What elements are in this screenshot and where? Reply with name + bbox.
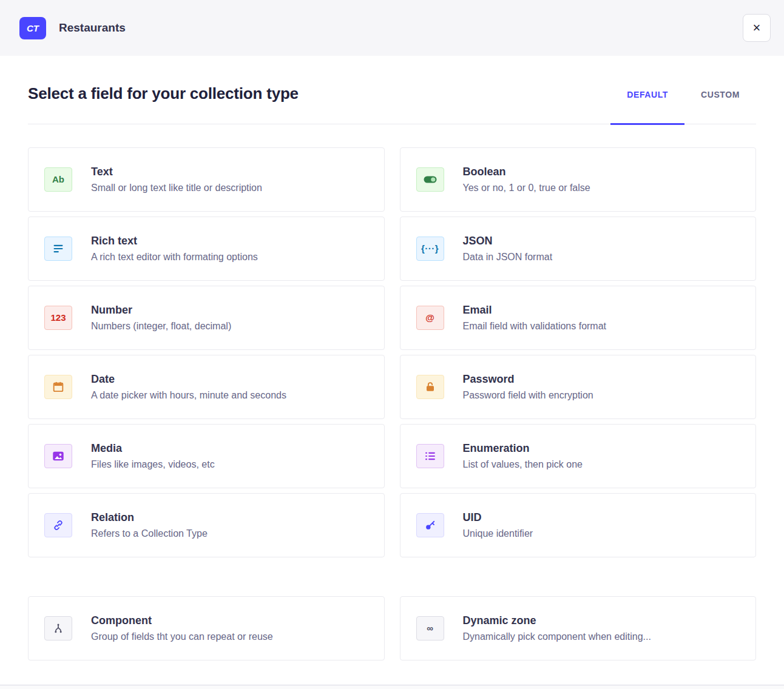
field-card-relation[interactable]: RelationRefers to a Collection Type bbox=[28, 493, 385, 557]
json-icon: {···} bbox=[416, 237, 444, 261]
field-card-text: PasswordPassword field with encryption bbox=[463, 373, 593, 401]
modal-header: CT Restaurants × bbox=[0, 0, 784, 56]
field-card-text: BooleanYes or no, 1 or 0, true or false bbox=[463, 166, 590, 193]
field-card-text: Rich textA rich text editor with formati… bbox=[91, 235, 258, 263]
field-card-text: NumberNumbers (integer, float, decimal) bbox=[91, 304, 231, 332]
field-title: Date bbox=[91, 373, 286, 386]
field-title: Text bbox=[91, 166, 262, 178]
tab-custom[interactable]: CUSTOM bbox=[684, 85, 756, 124]
enumeration-icon bbox=[416, 444, 444, 468]
uid-icon bbox=[416, 513, 444, 537]
number-icon: 123 bbox=[44, 306, 72, 330]
title-row: Select a field for your collection type … bbox=[28, 85, 756, 124]
tabs: DEFAULT CUSTOM bbox=[610, 85, 756, 124]
dynamiczone-icon: ∞ bbox=[416, 616, 444, 640]
richtext-icon bbox=[44, 237, 72, 261]
field-description: Data in JSON format bbox=[463, 252, 553, 263]
field-description: Small or long text like title or descrip… bbox=[91, 183, 262, 193]
email-icon: @ bbox=[416, 306, 444, 330]
field-description: A rich text editor with formating option… bbox=[91, 252, 258, 263]
field-card-text: JSONData in JSON format bbox=[463, 235, 553, 263]
field-title: Component bbox=[91, 614, 273, 627]
media-icon bbox=[44, 444, 72, 468]
field-title: Media bbox=[91, 442, 215, 455]
tab-default[interactable]: DEFAULT bbox=[610, 85, 684, 124]
content-type-badge: CT bbox=[19, 17, 46, 39]
modal-footer-edge bbox=[0, 685, 784, 689]
field-description: A date picker with hours, minute and sec… bbox=[91, 390, 286, 401]
field-title: Number bbox=[91, 304, 231, 317]
field-card-text: UIDUnique identifier bbox=[463, 511, 533, 539]
close-icon: × bbox=[753, 21, 761, 35]
field-card-text: ComponentGroup of fields tht you can rep… bbox=[91, 614, 273, 642]
field-card-text: RelationRefers to a Collection Type bbox=[91, 511, 208, 539]
field-card-text: EnumerationList of values, then pick one bbox=[463, 442, 583, 470]
field-card-component[interactable]: ComponentGroup of fields tht you can rep… bbox=[28, 596, 385, 660]
field-title: Email bbox=[463, 304, 607, 317]
text-icon: Ab bbox=[44, 167, 72, 192]
field-card-number[interactable]: 123NumberNumbers (integer, float, decima… bbox=[28, 286, 385, 350]
field-card-text: Dynamic zoneDynamically pick component w… bbox=[463, 614, 651, 642]
field-card-password[interactable]: PasswordPassword field with encryption bbox=[400, 355, 757, 419]
field-card-media[interactable]: MediaFiles like images, videos, etc bbox=[28, 424, 385, 488]
field-card-text: TextSmall or long text like title or des… bbox=[91, 166, 262, 193]
field-title: Rich text bbox=[91, 235, 258, 247]
field-title: Boolean bbox=[463, 166, 590, 178]
field-card-date[interactable]: DateA date picker with hours, minute and… bbox=[28, 355, 385, 419]
field-description: Group of fields tht you can repeat or re… bbox=[91, 631, 273, 642]
modal-content: Select a field for your collection type … bbox=[0, 85, 784, 660]
field-title: Enumeration bbox=[463, 442, 583, 455]
field-title: Dynamic zone bbox=[463, 614, 651, 627]
component-icon bbox=[44, 616, 72, 640]
relation-icon bbox=[44, 513, 72, 537]
page-title: Select a field for your collection type bbox=[28, 85, 299, 124]
field-card-enumeration[interactable]: EnumerationList of values, then pick one bbox=[400, 424, 757, 488]
field-description: Numbers (integer, float, decimal) bbox=[91, 321, 231, 332]
field-card-rich-text[interactable]: Rich textA rich text editor with formati… bbox=[28, 217, 385, 281]
close-button[interactable]: × bbox=[743, 14, 771, 42]
fields-grid: AbTextSmall or long text like title or d… bbox=[28, 147, 756, 557]
field-description: Files like images, videos, etc bbox=[91, 459, 215, 470]
field-title: UID bbox=[463, 511, 533, 524]
boolean-icon bbox=[416, 167, 444, 192]
advanced-fields-grid: ComponentGroup of fields tht you can rep… bbox=[28, 596, 756, 660]
field-card-text[interactable]: AbTextSmall or long text like title or d… bbox=[28, 147, 385, 212]
field-title: Relation bbox=[91, 511, 208, 524]
field-title: Password bbox=[463, 373, 593, 386]
date-icon bbox=[44, 375, 72, 399]
field-card-dynamic-zone[interactable]: ∞Dynamic zoneDynamically pick component … bbox=[400, 596, 757, 660]
field-description: Dynamically pick component when editing.… bbox=[463, 631, 651, 642]
field-card-uid[interactable]: UIDUnique identifier bbox=[400, 493, 757, 557]
field-title: JSON bbox=[463, 235, 553, 247]
modal-title: Restaurants bbox=[59, 21, 126, 35]
field-card-email[interactable]: @EmailEmail field with validations forma… bbox=[400, 286, 757, 350]
field-description: List of values, then pick one bbox=[463, 459, 583, 470]
field-card-boolean[interactable]: BooleanYes or no, 1 or 0, true or false bbox=[400, 147, 757, 212]
field-card-json[interactable]: {···}JSONData in JSON format bbox=[400, 217, 757, 281]
field-card-text: MediaFiles like images, videos, etc bbox=[91, 442, 215, 470]
field-description: Yes or no, 1 or 0, true or false bbox=[463, 183, 590, 193]
field-description: Password field with encryption bbox=[463, 390, 593, 401]
password-icon bbox=[416, 375, 444, 399]
field-description: Unique identifier bbox=[463, 528, 533, 539]
field-card-text: DateA date picker with hours, minute and… bbox=[91, 373, 286, 401]
field-description: Email field with validations format bbox=[463, 321, 607, 332]
field-card-text: EmailEmail field with validations format bbox=[463, 304, 607, 332]
field-description: Refers to a Collection Type bbox=[91, 528, 208, 539]
